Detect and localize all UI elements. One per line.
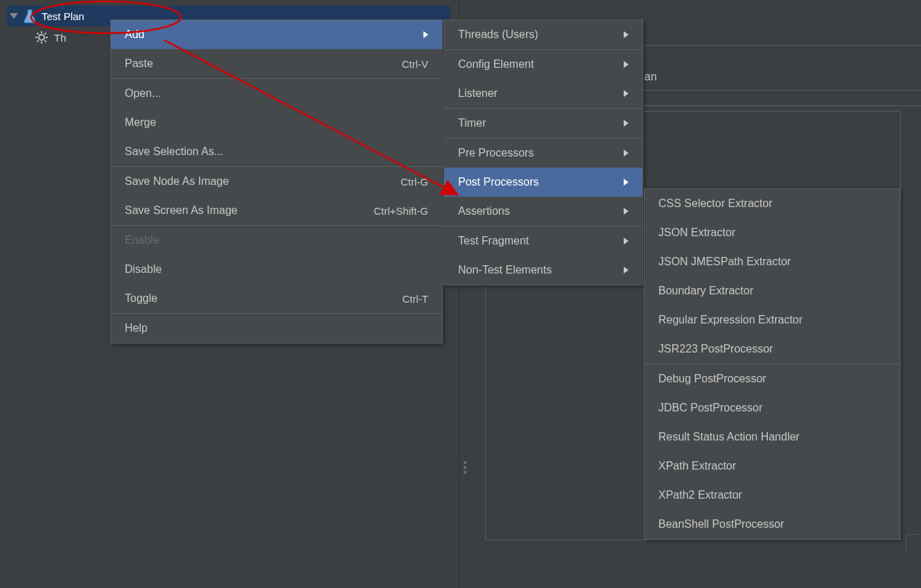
svg-point-0	[39, 35, 44, 40]
post-processors-item-label: XPath Extractor	[658, 460, 736, 472]
add-submenu-item[interactable]: Test Fragment	[444, 226, 642, 256]
add-submenu-item-label: Timer	[458, 117, 486, 130]
context-menu: AddPasteCtrl-VOpen...MergeSave Selection…	[110, 19, 443, 344]
add-submenu-item-label: Listener	[458, 87, 498, 100]
svg-line-6	[44, 40, 46, 42]
add-submenu-item[interactable]: Listener	[444, 79, 642, 108]
context-menu-item[interactable]: PasteCtrl-V	[111, 49, 442, 78]
add-submenu-item-label: Pre Processors	[458, 147, 534, 159]
post-processors-item[interactable]: Regular Expression Extractor	[644, 305, 900, 335]
post-processors-item[interactable]: CSS Selector Extractor	[644, 189, 900, 218]
context-menu-item[interactable]: Save Screen As ImageCtrl+Shift-G	[111, 196, 442, 225]
splitter-handle[interactable]	[464, 461, 466, 474]
add-submenu-item[interactable]: Threads (Users)	[444, 20, 642, 49]
context-menu-item-label: Open...	[125, 87, 161, 100]
svg-line-5	[37, 33, 39, 35]
add-submenu: Threads (Users)Config ElementListenerTim…	[444, 19, 643, 285]
post-processors-item[interactable]: BeanShell PostProcessor	[644, 510, 900, 539]
context-menu-item-label: Save Node As Image	[125, 175, 229, 188]
post-processors-item-label: JSON JMESPath Extractor	[658, 256, 791, 268]
context-menu-item[interactable]: Save Selection As...	[111, 137, 442, 166]
menu-shortcut: Ctrl-V	[402, 58, 428, 70]
post-processors-item-label: Regular Expression Extractor	[658, 314, 802, 326]
add-submenu-item-label: Assertions	[458, 205, 510, 217]
svg-line-8	[44, 33, 46, 35]
context-menu-item-label: Toggle	[125, 292, 157, 305]
background-partial-text: an	[644, 71, 657, 83]
corner-fragment	[906, 534, 918, 553]
context-menu-item: Enable	[111, 226, 442, 255]
context-menu-item[interactable]: ToggleCtrl-T	[111, 284, 442, 313]
post-processors-item[interactable]: Debug PostProcessor	[644, 364, 900, 393]
add-submenu-item-label: Threads (Users)	[458, 28, 538, 41]
gear-icon	[35, 30, 49, 44]
post-processors-item-label: CSS Selector Extractor	[658, 197, 773, 210]
submenu-arrow-icon	[624, 267, 629, 274]
post-processors-item-label: Boundary Extractor	[658, 285, 753, 297]
add-submenu-item-label: Post Processors	[458, 176, 538, 188]
post-processors-item-label: JSON Extractor	[658, 226, 735, 239]
add-submenu-item[interactable]: Pre Processors	[444, 139, 642, 168]
submenu-arrow-icon	[624, 208, 629, 215]
menu-shortcut: Ctrl-T	[403, 293, 429, 305]
post-processors-item[interactable]: Result Status Action Handler	[644, 422, 900, 452]
context-menu-item-label: Add	[125, 28, 144, 41]
context-menu-item[interactable]: Disable	[111, 255, 442, 284]
add-submenu-item-label: Config Element	[458, 58, 534, 71]
tree-node-child[interactable]: Th	[35, 30, 67, 44]
context-menu-item-label: Help	[125, 322, 148, 335]
submenu-arrow-icon	[624, 120, 629, 127]
context-menu-item[interactable]: Save Node As ImageCtrl-G	[111, 167, 442, 196]
add-submenu-item[interactable]: Assertions	[444, 197, 642, 226]
context-menu-item-label: Save Selection As...	[125, 145, 223, 158]
post-processors-item[interactable]: Boundary Extractor	[644, 276, 900, 305]
add-submenu-item[interactable]: Timer	[444, 109, 642, 138]
submenu-arrow-icon	[624, 150, 629, 157]
submenu-arrow-icon	[624, 90, 629, 97]
add-submenu-item-label: Non-Test Elements	[458, 264, 552, 276]
post-processors-item-label: BeanShell PostProcessor	[658, 518, 784, 531]
submenu-arrow-icon	[624, 179, 629, 186]
context-menu-item-label: Merge	[125, 116, 156, 129]
add-submenu-item-label: Test Fragment	[458, 235, 529, 247]
post-processors-item[interactable]: XPath Extractor	[644, 452, 900, 481]
post-processors-item[interactable]: JSON JMESPath Extractor	[644, 247, 900, 276]
context-menu-item-label: Disable	[125, 263, 161, 276]
post-processors-item-label: XPath2 Extractor	[658, 489, 742, 501]
flask-icon	[24, 8, 36, 24]
menu-shortcut: Ctrl+Shift-G	[374, 205, 428, 217]
expand-triangle-icon[interactable]	[10, 13, 18, 19]
submenu-arrow-icon	[423, 31, 428, 38]
context-menu-item[interactable]: Help	[111, 314, 442, 343]
post-processors-item[interactable]: XPath2 Extractor	[644, 481, 900, 510]
post-processors-item[interactable]: JSON Extractor	[644, 218, 900, 247]
svg-line-7	[37, 40, 39, 42]
context-menu-item[interactable]: Merge	[111, 108, 442, 137]
post-processors-item-label: Debug PostProcessor	[658, 373, 766, 385]
add-submenu-item[interactable]: Non-Test Elements	[444, 256, 642, 285]
submenu-arrow-icon	[624, 238, 629, 244]
context-menu-item[interactable]: Open...	[111, 79, 442, 108]
post-processors-item-label: JSR223 PostProcessor	[658, 343, 773, 355]
submenu-arrow-icon	[624, 31, 629, 38]
add-submenu-item[interactable]: Post Processors	[444, 168, 642, 197]
add-submenu-item[interactable]: Config Element	[444, 50, 642, 79]
tree-node-label: Th	[54, 32, 67, 44]
post-processors-item-label: Result Status Action Handler	[658, 431, 800, 443]
context-menu-item[interactable]: Add	[111, 20, 442, 49]
tree-node-label: Test Plan	[42, 10, 85, 22]
post-processors-item-label: JDBC PostProcessor	[658, 402, 762, 414]
menu-shortcut: Ctrl-G	[401, 176, 428, 188]
post-processors-submenu: CSS Selector ExtractorJSON ExtractorJSON…	[644, 188, 900, 540]
context-menu-item-label: Paste	[125, 57, 153, 70]
post-processors-item[interactable]: JDBC PostProcessor	[644, 393, 900, 422]
post-processors-item[interactable]: JSR223 PostProcessor	[644, 335, 900, 364]
context-menu-item-label: Enable	[125, 234, 159, 247]
context-menu-item-label: Save Screen As Image	[125, 204, 238, 217]
submenu-arrow-icon	[624, 61, 629, 68]
